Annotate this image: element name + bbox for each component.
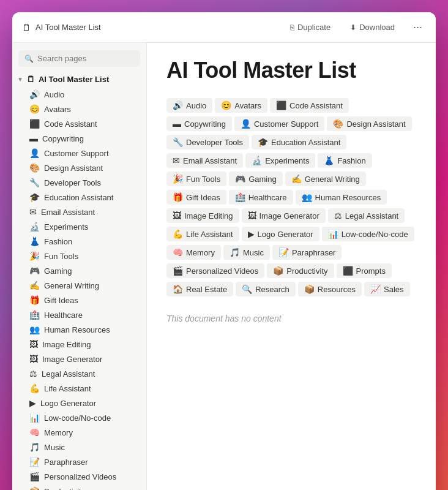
tag-label: Audio bbox=[186, 101, 206, 110]
sidebar-item[interactable]: 🎮Gaming bbox=[12, 263, 146, 278]
sidebar-item[interactable]: 📦Productivity bbox=[12, 484, 146, 490]
tag-item[interactable]: 🔊Audio bbox=[166, 98, 212, 113]
tag-emoji: ⚖ bbox=[334, 211, 342, 221]
sidebar-item-emoji: 👗 bbox=[29, 236, 40, 246]
tag-item[interactable]: 🎉Fun Tools bbox=[166, 172, 226, 186]
duplicate-button[interactable]: ⎘ Duplicate bbox=[285, 20, 335, 34]
tag-emoji: 🎮 bbox=[235, 174, 245, 184]
sidebar-item[interactable]: 🎨Design Assistant bbox=[12, 160, 146, 175]
tag-item[interactable]: 🔍Research bbox=[236, 282, 296, 296]
sidebar-item-emoji: ▶ bbox=[29, 398, 36, 408]
sidebar-item-emoji: 😊 bbox=[29, 104, 40, 114]
sidebar-item[interactable]: 📊Low-code/No-code bbox=[12, 410, 146, 425]
tag-item[interactable]: 🏠Real Estate bbox=[166, 282, 233, 296]
more-button[interactable]: ··· bbox=[409, 18, 426, 36]
sidebar-item-label: Gift Ideas bbox=[44, 296, 78, 305]
sidebar-item[interactable]: 🏥Healthcare bbox=[12, 307, 146, 322]
sidebar-item[interactable]: ⚖Legal Assistant bbox=[12, 366, 146, 381]
tag-item[interactable]: ▬Copywriting bbox=[166, 116, 232, 131]
tag-item[interactable]: 😊Avatars bbox=[215, 98, 267, 113]
sidebar-item-emoji: ⚖ bbox=[29, 369, 37, 379]
tag-emoji: 🏠 bbox=[173, 284, 183, 294]
download-button[interactable]: ⬇ Download bbox=[345, 20, 400, 34]
sidebar-item[interactable]: 👗Fashion bbox=[12, 234, 146, 249]
sidebar-item[interactable]: 🎓Education Assistant bbox=[12, 190, 146, 205]
tag-item[interactable]: 💪Life Assistant bbox=[166, 227, 239, 241]
sidebar-item-emoji: 🏥 bbox=[29, 310, 40, 320]
tag-item[interactable]: 🧠Memory bbox=[166, 245, 221, 260]
tag-emoji: 🔬 bbox=[252, 156, 262, 165]
tag-label: Developer Tools bbox=[186, 138, 243, 147]
sidebar-item[interactable]: 😊Avatars bbox=[12, 102, 146, 116]
sidebar-item[interactable]: 👥Human Resources bbox=[12, 322, 146, 337]
duplicate-label: Duplicate bbox=[297, 23, 330, 32]
tag-item[interactable]: ⬛Code Assistant bbox=[270, 98, 349, 113]
tag-item[interactable]: 👗Fashion bbox=[318, 153, 371, 168]
sidebar-item[interactable]: ▬Copywriting bbox=[12, 131, 146, 146]
tag-item[interactable]: 🖼Image Editing bbox=[166, 208, 239, 223]
search-input[interactable] bbox=[37, 54, 134, 63]
tag-label: Resources bbox=[318, 285, 356, 294]
titlebar-title: AI Tool Master List bbox=[35, 23, 101, 32]
tag-item[interactable]: 📝Paraphraser bbox=[272, 245, 342, 260]
tag-item[interactable]: 📦Resources bbox=[298, 282, 362, 296]
sidebar-item[interactable]: 💪Life Assistant bbox=[12, 381, 146, 396]
tag-item[interactable]: ✉Email Assistant bbox=[166, 153, 243, 168]
tag-item[interactable]: ✍General Writing bbox=[285, 172, 366, 186]
tag-emoji: 👥 bbox=[302, 192, 312, 202]
tag-item[interactable]: 👤Customer Support bbox=[234, 116, 325, 131]
sidebar: 🔍 ▼ 🗒 AI Tool Master List 🔊Audio😊Avatars… bbox=[12, 43, 147, 490]
tag-item[interactable]: 📈Sales bbox=[364, 282, 410, 296]
sidebar-item[interactable]: 🧠Memory bbox=[12, 425, 146, 440]
expand-icon: ▼ bbox=[17, 76, 23, 83]
sidebar-item-label: Logo Generator bbox=[40, 399, 96, 408]
sidebar-item[interactable]: ✉Email Assistant bbox=[12, 205, 146, 219]
sidebar-item[interactable]: 🔊Audio bbox=[12, 87, 146, 102]
sidebar-item-emoji: ⬛ bbox=[29, 119, 40, 129]
tag-item[interactable]: ⚖Legal Assistant bbox=[328, 208, 405, 223]
tag-item[interactable]: ▶Logo Generator bbox=[242, 227, 319, 241]
tag-item[interactable]: 🎮Gaming bbox=[229, 172, 283, 186]
sidebar-item-emoji: 🧠 bbox=[29, 428, 40, 437]
sidebar-item[interactable]: ⬛Code Assistant bbox=[12, 116, 146, 131]
tag-item[interactable]: 🎁Gift Ideas bbox=[166, 190, 226, 205]
tag-item[interactable]: 🏥Healthcare bbox=[229, 190, 293, 205]
sidebar-item[interactable]: 🔬Experiments bbox=[12, 219, 146, 234]
sidebar-item[interactable]: 🖼Image Editing bbox=[12, 337, 146, 352]
tag-item[interactable]: 📦Productivity bbox=[267, 263, 334, 278]
tag-item[interactable]: 🔬Experiments bbox=[245, 153, 315, 168]
duplicate-icon: ⎘ bbox=[290, 23, 294, 32]
tag-item[interactable]: ⬛Prompts bbox=[337, 263, 392, 278]
sidebar-item[interactable]: 📝Paraphraser bbox=[12, 454, 146, 469]
tag-item[interactable]: 🔧Developer Tools bbox=[166, 135, 249, 149]
search-bar[interactable]: 🔍 bbox=[18, 50, 140, 67]
sidebar-item[interactable]: 🔧Developer Tools bbox=[12, 175, 146, 190]
tag-item[interactable]: 📊Low-code/No-code bbox=[322, 227, 414, 241]
sidebar-item[interactable]: 🎵Music bbox=[12, 440, 146, 454]
sidebar-item[interactable]: 🖼Image Generator bbox=[12, 352, 146, 366]
sidebar-item-label: Developer Tools bbox=[44, 178, 101, 187]
sidebar-item-emoji: 🎁 bbox=[29, 295, 40, 305]
tag-item[interactable]: 🖼Image Generator bbox=[242, 208, 326, 223]
sidebar-item[interactable]: 🎉Fun Tools bbox=[12, 249, 146, 263]
sidebar-item[interactable]: 👤Customer Support bbox=[12, 146, 146, 160]
tag-label: Human Resources bbox=[315, 193, 381, 202]
tag-item[interactable]: 🎵Music bbox=[223, 245, 270, 260]
tag-item[interactable]: 🎨Design Assistant bbox=[327, 116, 411, 131]
sidebar-item-label: Legal Assistant bbox=[42, 369, 95, 379]
sidebar-item[interactable]: 🎬Personalized Videos bbox=[12, 469, 146, 484]
tag-item[interactable]: 👥Human Resources bbox=[296, 190, 387, 205]
sidebar-item-label: Design Assistant bbox=[44, 164, 103, 173]
sidebar-item[interactable]: 🎁Gift Ideas bbox=[12, 293, 146, 307]
tag-label: Low-code/No-code bbox=[342, 230, 408, 239]
sidebar-item-emoji: 👤 bbox=[29, 148, 40, 158]
sidebar-item-label: Life Assistant bbox=[44, 384, 91, 393]
sidebar-item[interactable]: ✍General Writing bbox=[12, 278, 146, 293]
tag-emoji: 🎓 bbox=[258, 137, 268, 147]
tag-item[interactable]: 🎬Personalized Videos bbox=[166, 263, 264, 278]
sidebar-item[interactable]: ▶Logo Generator bbox=[12, 396, 146, 410]
sidebar-root-item[interactable]: ▼ 🗒 AI Tool Master List bbox=[12, 72, 146, 87]
tag-emoji: 📈 bbox=[370, 284, 381, 294]
tag-emoji: ⬛ bbox=[276, 100, 286, 110]
tag-item[interactable]: 🎓Education Assistant bbox=[252, 135, 346, 149]
